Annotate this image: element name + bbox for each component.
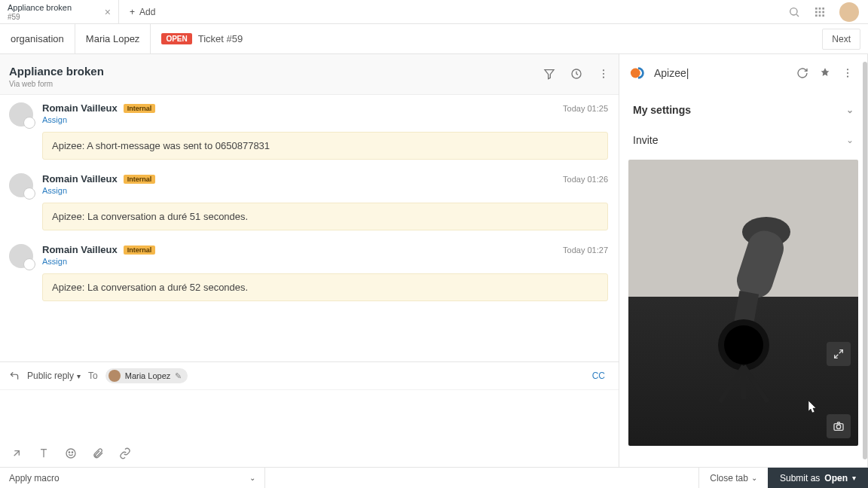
svg-rect-8 [815,14,818,17]
svg-rect-24 [732,227,787,302]
apps-grid-icon[interactable] [814,6,826,18]
tab-subtitle: #59 [8,13,72,22]
svg-marker-11 [545,70,554,79]
internal-badge: Internal [124,246,156,255]
link-icon[interactable] [119,447,131,459]
next-button[interactable]: Next [822,29,860,50]
search-icon[interactable] [788,6,800,18]
avatar [9,102,33,127]
breadcrumb-bar: organisation Maria Lopez OPEN Ticket #59… [0,24,868,54]
assign-link[interactable]: Assign [42,186,608,195]
internal-badge: Internal [124,104,156,113]
svg-point-19 [631,69,640,78]
refresh-icon[interactable] [796,67,808,79]
tab-title: Appliance broken [8,3,72,13]
section-label: Invite [633,134,658,146]
sidebar-app-title: Apizee| [654,67,789,80]
top-tabs: Appliance broken #59 × + Add [0,0,868,24]
crumb-ticket: OPEN Ticket #59 [151,33,253,44]
to-label: To [88,371,98,381]
reply-icon [9,371,20,381]
message-author: Romain Vailleux [42,244,118,255]
svg-rect-10 [822,14,824,17]
internal-badge: Internal [124,175,156,184]
filter-icon[interactable] [543,68,555,80]
app-sidebar: Apizee| My settings ⌄ Invite ⌄ [619,54,868,467]
camera-icon[interactable] [827,414,851,438]
camera-preview [628,160,858,446]
chevron-down-icon: ⌄ [846,135,854,145]
crumb-user-label: Maria Lopez [86,33,140,44]
next-label: Next [832,34,851,44]
section-label: My settings [633,104,691,116]
more-vertical-icon[interactable] [842,67,854,79]
more-vertical-icon[interactable] [598,68,610,80]
svg-rect-7 [822,11,824,13]
apply-macro-dropdown[interactable]: Apply macro ⌄ [0,468,265,488]
submit-status: Open [824,473,848,483]
svg-line-28 [720,366,744,402]
section-invite[interactable]: Invite ⌄ [619,125,867,155]
crumb-organisation[interactable]: organisation [0,24,75,53]
tab-ticket[interactable]: Appliance broken #59 × [0,0,119,23]
close-tab-button[interactable]: Close tab ⌄ [698,468,768,488]
add-label: Add [139,7,155,17]
popout-icon[interactable] [11,447,23,459]
svg-point-0 [790,8,797,14]
reply-mode-dropdown[interactable]: Public reply ▾ [27,371,81,381]
avatar [108,370,121,382]
text-format-icon[interactable] [38,447,50,459]
section-my-settings[interactable]: My settings ⌄ [619,89,867,125]
message-item: Romain Vailleux Internal Today 01:25 Ass… [9,102,608,160]
reply-editor: Public reply ▾ To Maria Lopez ✎ CC [0,361,619,467]
chevron-down-icon: ⌄ [751,474,757,482]
message-item: Romain Vailleux Internal Today 01:27 Ass… [9,244,608,301]
chevron-down-icon: ⌄ [846,105,854,115]
svg-line-29 [744,366,768,402]
chevron-down-icon: ▾ [77,372,81,380]
message-content: Apizee: La conversation a duré 51 second… [42,203,608,230]
crumb-user[interactable]: Maria Lopez [75,24,151,53]
status-badge: OPEN [161,33,191,44]
message-time: Today 01:25 [563,104,608,113]
emoji-icon[interactable] [65,447,77,459]
reply-textarea[interactable] [0,390,619,443]
add-tab-button[interactable]: + Add [119,0,166,23]
avatar[interactable] [839,2,859,22]
apizee-logo-icon [630,65,646,81]
edit-icon[interactable]: ✎ [175,371,182,381]
chevron-down-icon: ▾ [852,474,856,482]
svg-line-1 [796,14,799,17]
svg-rect-9 [819,14,821,17]
expand-icon[interactable] [827,342,851,366]
cc-button[interactable]: CC [592,371,610,381]
svg-point-13 [603,69,604,71]
message-author: Romain Vailleux [42,102,118,114]
close-icon[interactable]: × [105,6,111,18]
svg-point-22 [847,76,848,78]
svg-point-14 [603,73,604,75]
message-author: Romain Vailleux [42,173,118,185]
avatar [9,173,33,197]
pin-icon[interactable] [819,67,831,79]
svg-point-32 [836,425,840,429]
avatar [9,244,33,268]
history-icon[interactable] [570,68,582,80]
microphone-illustration [683,194,804,405]
scrollbar[interactable] [863,62,867,459]
submit-button[interactable]: Submit as Open ▾ [768,468,868,488]
footer-bar: Apply macro ⌄ Close tab ⌄ Submit as Open… [0,467,868,488]
assign-link[interactable]: Assign [42,115,608,124]
recipient-chip[interactable]: Maria Lopez ✎ [105,368,188,383]
svg-rect-4 [822,8,824,10]
cursor-icon [808,401,818,414]
message-time: Today 01:27 [563,246,608,255]
message-content: Apizee: La conversation a duré 52 second… [42,273,608,301]
svg-rect-3 [819,8,821,10]
message-thread[interactable]: Romain Vailleux Internal Today 01:25 Ass… [0,95,619,361]
reply-mode-label: Public reply [27,371,74,381]
assign-link[interactable]: Assign [42,257,608,266]
message-content: Apizee: A short-message was sent to 0650… [42,132,608,160]
svg-rect-5 [815,11,818,13]
attachment-icon[interactable] [92,447,104,459]
